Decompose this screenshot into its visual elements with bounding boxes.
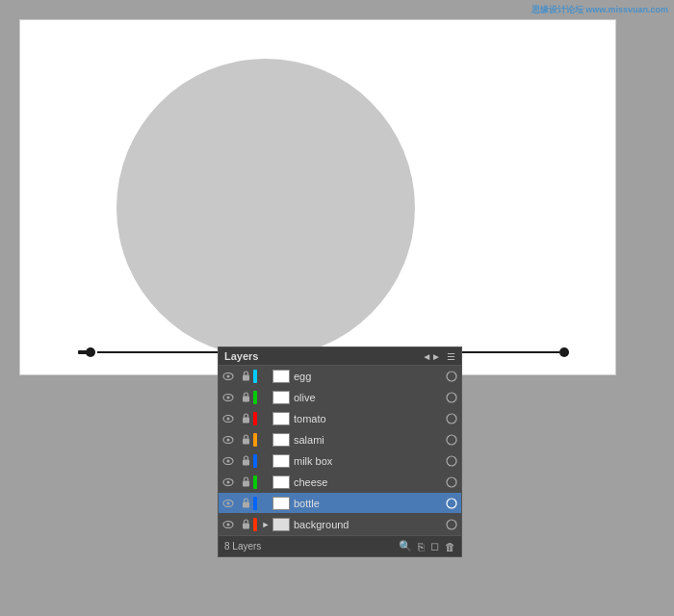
layer-eye-5[interactable] (219, 478, 238, 486)
layer-type-icon-6 (442, 498, 461, 509)
svg-point-21 (227, 480, 230, 483)
layer-lock-7[interactable] (238, 519, 253, 529)
layer-row-milk-box[interactable]: milk box (219, 450, 461, 472)
layer-thumb-7 (272, 518, 290, 531)
h-line-dot-left (86, 347, 95, 357)
layer-color-bar-6 (253, 497, 257, 510)
svg-rect-30 (243, 524, 249, 529)
layer-color-bar-5 (253, 475, 257, 489)
svg-rect-26 (243, 502, 249, 508)
svg-point-7 (447, 393, 456, 402)
layer-name-3: salami (294, 434, 442, 446)
layers-list: eggolivetomatosalamimilk boxcheesebottle… (219, 366, 461, 535)
layers-bottom-bar: 8 Layers 🔍 ⎘ ◻ 🗑 (219, 535, 461, 556)
svg-point-31 (447, 520, 456, 529)
svg-point-1 (227, 374, 230, 377)
layer-color-bar-1 (253, 391, 257, 404)
layer-row-cheese[interactable]: cheese (219, 472, 461, 493)
layer-eye-7[interactable] (219, 521, 238, 528)
svg-rect-2 (243, 375, 249, 381)
svg-rect-6 (243, 397, 249, 402)
svg-point-13 (227, 438, 230, 441)
layer-name-4: milk box (294, 455, 442, 467)
layer-eye-1[interactable] (219, 394, 238, 401)
layer-row-egg[interactable]: egg (219, 366, 461, 387)
layer-row-salami[interactable]: salami (219, 429, 461, 450)
layer-expand-7[interactable]: ► (259, 520, 272, 529)
delete-layer-icon[interactable]: 🗑 (445, 541, 455, 552)
svg-point-15 (447, 435, 456, 445)
layer-lock-0[interactable] (238, 371, 253, 381)
layers-count: 8 Layers (224, 541, 261, 552)
layer-row-bottle[interactable]: bottle (219, 493, 461, 514)
layer-name-2: tomato (294, 413, 442, 424)
layer-thumb-0 (272, 370, 290, 383)
layer-thumb-1 (272, 391, 290, 404)
layer-thumb-5 (272, 475, 290, 489)
layer-color-bar-0 (253, 370, 257, 383)
svg-point-29 (227, 523, 230, 526)
svg-point-23 (447, 477, 456, 487)
layer-type-icon-4 (442, 455, 461, 467)
layer-color-bar-4 (253, 454, 257, 468)
layer-type-icon-7 (442, 519, 461, 530)
layer-name-5: cheese (294, 476, 442, 488)
search-icon[interactable]: 🔍 (399, 540, 412, 552)
layer-type-icon-1 (442, 392, 461, 403)
layer-type-icon-2 (442, 413, 461, 424)
canvas-area (19, 19, 616, 375)
svg-point-3 (447, 372, 456, 381)
layer-lock-6[interactable] (238, 498, 253, 508)
layer-eye-6[interactable] (219, 500, 238, 507)
svg-point-11 (447, 414, 456, 424)
new-layer-icon[interactable]: ⎘ (418, 541, 425, 552)
svg-point-9 (227, 417, 230, 420)
layer-type-icon-3 (442, 434, 461, 446)
layer-name-1: olive (294, 392, 442, 403)
layer-row-tomato[interactable]: tomato (219, 408, 461, 429)
layer-thumb-3 (272, 433, 290, 447)
layer-eye-3[interactable] (219, 436, 238, 444)
layers-panel-title: Layers (224, 350, 258, 362)
layer-eye-0[interactable] (219, 372, 238, 380)
layer-name-0: egg (294, 371, 442, 382)
layer-type-icon-5 (442, 476, 461, 488)
layer-color-bar-3 (253, 433, 257, 447)
svg-point-27 (447, 499, 456, 508)
svg-point-25 (227, 501, 230, 504)
layer-lock-5[interactable] (238, 476, 253, 487)
layer-color-bar-2 (253, 412, 257, 425)
svg-point-19 (447, 456, 456, 466)
layers-header-icons: ◄► ☰ (422, 351, 455, 362)
layer-eye-4[interactable] (219, 457, 238, 465)
layer-lock-4[interactable] (238, 455, 253, 466)
layers-panel: Layers ◄► ☰ eggolivetomatosalamimilk box… (218, 346, 462, 557)
svg-point-5 (227, 396, 230, 398)
layer-thumb-2 (272, 412, 290, 425)
layer-lock-3[interactable] (238, 434, 253, 445)
svg-point-17 (227, 459, 230, 462)
layer-lock-2[interactable] (238, 413, 253, 424)
layer-thumb-4 (272, 454, 290, 468)
layers-bottom-icons: 🔍 ⎘ ◻ 🗑 (399, 540, 455, 552)
layer-name-7: background (294, 519, 442, 530)
layer-lock-1[interactable] (238, 392, 253, 402)
svg-rect-10 (243, 418, 249, 424)
layer-row-background[interactable]: ►background (219, 514, 461, 535)
panel-collapse-icon[interactable]: ◄► (422, 351, 441, 362)
h-line-dot-right (559, 347, 569, 357)
layer-eye-2[interactable] (219, 415, 238, 423)
layer-row-olive[interactable]: olive (219, 387, 461, 408)
layer-type-icon-0 (442, 371, 461, 382)
layer-thumb-6 (272, 497, 290, 510)
panel-menu-icon[interactable]: ☰ (447, 351, 455, 362)
layers-header: Layers ◄► ☰ (219, 347, 461, 366)
watermark: 思缘设计论坛 www.missvuan.com (531, 4, 668, 16)
layer-name-6: bottle (294, 498, 442, 509)
circle-shape (117, 59, 415, 357)
svg-rect-22 (243, 481, 249, 487)
svg-rect-18 (243, 460, 249, 466)
layer-color-bar-7 (253, 518, 257, 531)
duplicate-layer-icon[interactable]: ◻ (430, 540, 439, 552)
svg-rect-14 (243, 439, 249, 445)
